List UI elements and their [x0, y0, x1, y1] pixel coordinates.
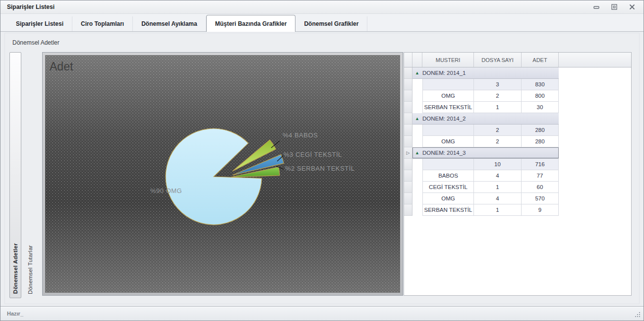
cell-musteri[interactable]: BABOS	[422, 170, 474, 182]
cell-adet[interactable]: 280	[522, 125, 559, 136]
grid-header-row: MUSTERI DOSYA SAYI ADET	[404, 53, 631, 67]
cell-dosya-sayi[interactable]: 3	[474, 79, 522, 90]
vtab-label: Dönemsel Adetler	[12, 243, 18, 294]
group-indent	[412, 136, 422, 147]
tab-musteri-bazinda-grafikler[interactable]: Müşteri Bazında Grafikler	[206, 15, 296, 32]
close-icon	[629, 3, 636, 10]
column-header-musteri[interactable]: MUSTERI	[422, 53, 474, 67]
table-row[interactable]: SERBAN TEKSTİL 1 30	[404, 102, 631, 113]
cell-dosya-sayi[interactable]: 4	[474, 193, 522, 204]
column-header-adet[interactable]: ADET	[522, 53, 559, 67]
row-indicator	[404, 159, 412, 170]
status-text: Hazır_	[7, 311, 23, 317]
minimize-button[interactable]	[590, 2, 603, 12]
row-indicator: ▷	[404, 147, 412, 159]
cell-adet[interactable]: 800	[522, 90, 559, 102]
vtab-label: Dönemsel Tutarlar	[27, 245, 33, 294]
group-indent	[412, 159, 422, 170]
cell-adet[interactable]: 77	[522, 170, 559, 182]
table-row-group[interactable]: ▲DONEM: 2014_1	[404, 67, 631, 79]
group-indent	[412, 79, 422, 90]
group-indent	[412, 193, 422, 204]
cell-dosya-sayi[interactable]: 4	[474, 170, 522, 182]
cell-musteri[interactable]: OMG	[422, 136, 474, 147]
window-controls	[590, 2, 639, 12]
close-button[interactable]	[626, 2, 639, 12]
table-row-summary[interactable]: 2 280	[404, 125, 631, 136]
row-indicator	[404, 193, 412, 204]
group-label: DONEM: 2014_3	[422, 150, 466, 156]
tab-donemsel-ayiklama[interactable]: Dönemsel Ayıklama	[133, 16, 206, 31]
tab-siparisler-listesi[interactable]: Siparişler Listesi	[7, 16, 72, 31]
maximize-button[interactable]	[608, 2, 621, 12]
header-expand	[412, 53, 422, 67]
slice-label-cegi: %3 CEGİ TEKSTİL	[284, 151, 342, 158]
group-indent	[412, 204, 422, 216]
row-indicator	[404, 90, 412, 102]
tabstrip: Siparişler Listesi Ciro Toplamları Dönem…	[0, 14, 644, 32]
cell-adet[interactable]: 30	[522, 102, 559, 113]
table-row[interactable]: OMG 4 570	[404, 193, 631, 204]
collapse-icon[interactable]: ▲	[415, 117, 419, 121]
group-label: DONEM: 2014_2	[422, 116, 466, 122]
section-label: Dönemsel Adetler	[12, 39, 59, 46]
tab-page-musteri-bazinda-grafikler: Dönemsel Adetler Dönemsel Adetler Dönems…	[0, 32, 644, 307]
chart-title: Adet	[50, 60, 73, 73]
group-indent	[412, 182, 422, 193]
group-indent	[412, 102, 422, 113]
tab-ciro-toplamlari[interactable]: Ciro Toplamları	[72, 16, 133, 31]
cell-dosya-sayi[interactable]: 1	[474, 204, 522, 216]
table-row[interactable]: CEGİ TEKSTİL 1 60	[404, 182, 631, 193]
maximize-icon	[611, 3, 618, 10]
chart-panel: Adet %4 BABOS %3 CEGİ TEKSTİL %2 SERBAN …	[42, 52, 403, 296]
cell-dosya-sayi[interactable]: 2	[474, 136, 522, 147]
resize-grip[interactable]	[635, 312, 641, 318]
cell-dosya-sayi[interactable]: 1	[474, 102, 522, 113]
table-row-summary[interactable]: 3 830	[404, 79, 631, 90]
row-indicator	[404, 182, 412, 193]
table-row[interactable]: OMG 2 800	[404, 90, 631, 102]
cell-dosya-sayi[interactable]: 2	[474, 125, 522, 136]
group-label: DONEM: 2014_1	[422, 70, 466, 76]
cell-adet[interactable]: 280	[522, 136, 559, 147]
vtab-donemsel-tutarlar[interactable]: Dönemsel Tutarlar	[24, 52, 36, 298]
slice-label-serban: %2 SERBAN TEKSTİL	[285, 165, 354, 172]
table-row[interactable]: OMG 2 280	[404, 136, 631, 147]
table-row[interactable]: SERBAN TEKSTİL 1 9	[404, 204, 631, 216]
row-indicator	[404, 136, 412, 147]
cell-adet[interactable]: 570	[522, 193, 559, 204]
cell-dosya-sayi[interactable]: 10	[474, 159, 522, 170]
tab-donemsel-grafikler[interactable]: Dönemsel Grafikler	[295, 16, 367, 31]
cell-musteri[interactable]: OMG	[422, 90, 474, 102]
cell-musteri[interactable]	[422, 79, 474, 90]
cell-adet[interactable]: 716	[522, 159, 559, 170]
cell-dosya-sayi[interactable]: 1	[474, 182, 522, 193]
group-indent	[412, 90, 422, 102]
cell-adet[interactable]: 60	[522, 182, 559, 193]
titlebar[interactable]: Siparişler Listesi	[0, 0, 644, 14]
row-indicator	[404, 67, 412, 79]
collapse-icon[interactable]: ▲	[415, 71, 419, 75]
table-row[interactable]: BABOS 4 77	[404, 170, 631, 182]
collapse-icon[interactable]: ▲	[415, 151, 419, 155]
vtab-donemsel-adetler[interactable]: Dönemsel Adetler	[9, 52, 21, 298]
column-header-dosya-sayi[interactable]: DOSYA SAYI	[474, 53, 522, 67]
table-row-summary[interactable]: 10 716	[404, 159, 631, 170]
cell-adet[interactable]: 830	[522, 79, 559, 90]
pie-chart-canvas: Adet %4 BABOS %3 CEGİ TEKSTİL %2 SERBAN …	[45, 55, 400, 293]
cell-musteri[interactable]	[422, 125, 474, 136]
cell-musteri[interactable]: SERBAN TEKSTİL	[422, 102, 474, 113]
header-indicator	[404, 53, 412, 67]
table-row-group[interactable]: ▲DONEM: 2014_2	[404, 113, 631, 125]
cell-musteri[interactable]	[422, 159, 474, 170]
cell-musteri[interactable]: OMG	[422, 193, 474, 204]
row-indicator	[404, 170, 412, 182]
cell-dosya-sayi[interactable]: 2	[474, 90, 522, 102]
row-indicator	[404, 79, 412, 90]
table-row-group-focused[interactable]: ▷ ▲DONEM: 2014_3	[404, 147, 631, 159]
cell-musteri[interactable]: SERBAN TEKSTİL	[422, 204, 474, 216]
slice-label-omg: %90 OMG	[150, 187, 182, 194]
window-title: Siparişler Listesi	[7, 3, 55, 10]
cell-adet[interactable]: 9	[522, 204, 559, 216]
cell-musteri[interactable]: CEGİ TEKSTİL	[422, 182, 474, 193]
